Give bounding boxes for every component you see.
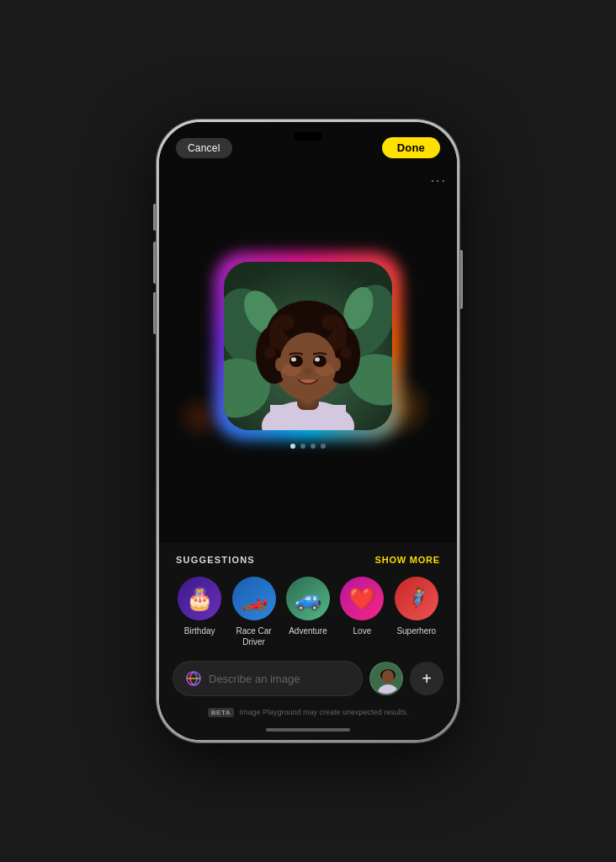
avatar-frame: [224, 262, 392, 430]
svg-point-28: [291, 357, 296, 361]
svg-point-32: [332, 358, 341, 371]
add-button[interactable]: +: [410, 662, 443, 695]
svg-point-27: [313, 355, 327, 367]
race-car-label: Race CarDriver: [236, 625, 271, 647]
svg-point-31: [275, 358, 284, 371]
bottom-section: SUGGESTIONS SHOW MORE 🎂 Birthday 🏎️ Race…: [159, 543, 457, 740]
svg-point-37: [382, 670, 394, 684]
page-indicator: [290, 444, 326, 449]
racecar-icon: 🏎️: [232, 577, 276, 620]
app-screen: Cancel Done ···: [159, 122, 457, 740]
home-indicator: [266, 728, 350, 732]
describe-input-container[interactable]: Describe an image: [173, 661, 363, 696]
volume-up-button: [153, 242, 156, 284]
svg-point-21: [279, 315, 295, 330]
avatar-thumbnail[interactable]: [369, 662, 403, 695]
birthday-label: Birthday: [184, 625, 215, 636]
adventure-icon: 🚙: [286, 577, 330, 620]
beta-badge: BETA: [208, 708, 234, 717]
power-button: [460, 250, 463, 309]
beta-text: Image Playground may create unexpected r…: [240, 708, 409, 716]
svg-point-17: [269, 335, 283, 349]
birthday-icon: 🎂: [178, 577, 221, 620]
avatar-image[interactable]: [224, 262, 392, 430]
dynamic-island: [294, 132, 322, 141]
dot-1: [290, 444, 295, 449]
girl-illustration: [224, 262, 392, 430]
done-button[interactable]: Done: [382, 137, 440, 158]
more-options-button[interactable]: ···: [431, 173, 447, 189]
suggestion-superhero[interactable]: 🦸 Superhero: [392, 577, 441, 647]
volume-down-button: [153, 292, 156, 334]
love-icon: ❤️: [340, 577, 384, 620]
dot-2: [300, 444, 305, 449]
main-image-area: ···: [159, 167, 457, 543]
suggestion-birthday[interactable]: 🎂 Birthday: [175, 577, 224, 647]
playground-icon: [185, 670, 202, 687]
superhero-icon: 🦸: [395, 577, 438, 620]
beta-notice: BETA Image Playground may create unexpec…: [173, 705, 443, 723]
svg-point-29: [315, 357, 320, 361]
suggestion-race-car-driver[interactable]: 🏎️ Race CarDriver: [230, 577, 279, 647]
superhero-label: Superhero: [396, 625, 436, 636]
suggestion-adventure[interactable]: 🚙 Adventure: [284, 577, 332, 647]
suggestion-love[interactable]: ❤️ Love: [337, 577, 386, 647]
suggestions-header: SUGGESTIONS SHOW MORE: [173, 555, 443, 565]
svg-point-22: [321, 315, 337, 330]
suggestions-row: 🎂 Birthday 🏎️ Race CarDriver 🚙 Adventure…: [173, 577, 443, 647]
svg-point-19: [333, 335, 347, 349]
dot-3: [311, 444, 316, 449]
love-label: Love: [353, 625, 372, 636]
svg-point-18: [264, 347, 276, 359]
dot-4: [321, 444, 326, 449]
cancel-button[interactable]: Cancel: [176, 138, 232, 158]
phone-frame: Cancel Done ···: [157, 120, 459, 742]
input-placeholder: Describe an image: [209, 673, 300, 685]
svg-point-26: [289, 355, 303, 367]
svg-point-30: [304, 368, 312, 375]
show-more-button[interactable]: SHOW MORE: [375, 555, 440, 565]
phone-screen: Cancel Done ···: [159, 122, 457, 740]
suggestions-label: SUGGESTIONS: [176, 555, 255, 565]
adventure-label: Adventure: [289, 625, 327, 636]
top-bar: Cancel Done: [159, 122, 457, 167]
svg-point-20: [340, 347, 352, 359]
mute-button: [153, 204, 156, 231]
input-row: Describe an image +: [173, 661, 443, 696]
